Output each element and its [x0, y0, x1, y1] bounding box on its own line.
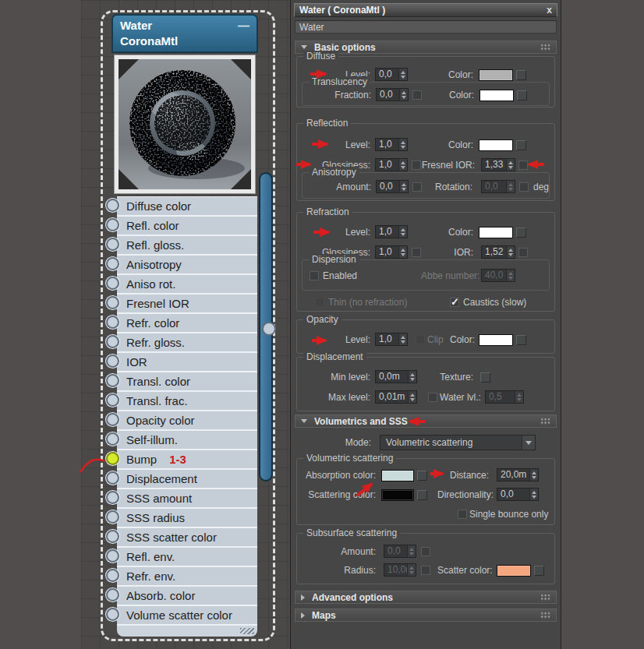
node-input-row[interactable]: SSS radius [117, 509, 257, 527]
fresnel-ior-value[interactable]: 1,33 [482, 159, 506, 171]
min-level-spinner[interactable]: 0,0m [375, 370, 417, 383]
drag-grip-icon[interactable] [540, 612, 550, 619]
input-socket[interactable] [106, 452, 119, 465]
spinner-arrows-icon[interactable] [506, 159, 515, 171]
abbe-number-value[interactable]: 40,0 [482, 270, 506, 281]
fresnel-map-checkbox[interactable] [518, 160, 528, 170]
spinner-arrows-icon[interactable] [398, 246, 407, 258]
distance-spinner[interactable]: 20,0m [497, 468, 539, 481]
input-socket[interactable] [106, 238, 119, 251]
translucency-color-swatch[interactable] [479, 90, 514, 101]
dispersion-enabled-checkbox[interactable] [310, 271, 319, 280]
node-input-row[interactable]: Transl. frac. [117, 392, 257, 410]
node-input-row[interactable]: Self-illum. [117, 431, 257, 449]
diffuse-level-value[interactable]: 0,0 [376, 69, 398, 80]
abbe-number-spinner[interactable]: 40,0 [481, 269, 515, 282]
ior-spinner[interactable]: 1,52 [481, 245, 515, 259]
refraction-glossiness-value[interactable]: 1,0 [376, 246, 398, 258]
spinner-arrows-icon[interactable] [529, 489, 538, 500]
input-socket[interactable] [106, 510, 119, 524]
sss-scatter-color-swatch[interactable] [497, 565, 531, 577]
input-socket[interactable] [106, 608, 119, 621]
single-bounce-checkbox[interactable] [458, 510, 467, 519]
caustics-checkbox[interactable] [450, 298, 459, 307]
input-socket[interactable] [106, 199, 119, 212]
anisotropy-amount-spinner[interactable]: 0,0 [376, 180, 409, 193]
scattering-color-map-slot[interactable] [417, 490, 427, 500]
node-input-row[interactable]: SSS scatter color [117, 528, 257, 546]
dropdown-arrow-icon[interactable] [522, 436, 535, 450]
absorption-color-map-slot[interactable] [417, 471, 427, 481]
node-input-row[interactable]: IOR [117, 353, 257, 371]
diffuse-color-map-slot[interactable] [516, 70, 526, 80]
refraction-level-spinner[interactable]: 1,0 [375, 225, 408, 238]
translucency-fraction-spinner[interactable]: 0,0 [376, 88, 409, 101]
panel-titlebar[interactable]: Water ( CoronaMtl ) x [294, 3, 557, 17]
node-input-row[interactable]: Refl. gloss. [117, 236, 257, 254]
mode-dropdown[interactable]: Volumetric scattering [380, 435, 536, 450]
spinner-arrows-icon[interactable] [407, 564, 416, 576]
spinner-arrows-icon[interactable] [398, 333, 407, 345]
translucency-map-checkbox[interactable] [412, 90, 422, 100]
spinner-arrows-icon[interactable] [398, 69, 407, 80]
spinner-arrows-icon[interactable] [408, 371, 416, 383]
glossiness-map-checkbox[interactable] [412, 160, 421, 170]
sss-amount-map-checkbox[interactable] [421, 547, 430, 556]
reflection-level-spinner[interactable]: 1,0 [375, 138, 408, 151]
node-input-row[interactable]: Absorb. color [117, 587, 257, 605]
rotation-map-checkbox[interactable] [519, 182, 529, 192]
node-input-row[interactable]: Displacement [117, 470, 257, 488]
spinner-arrows-icon[interactable] [399, 181, 408, 192]
thin-checkbox[interactable] [315, 298, 324, 307]
directionality-spinner[interactable]: 0,0 [497, 488, 539, 501]
rollout-volumetrics[interactable]: Volumetrics and SSS [295, 414, 557, 428]
node-output-socket[interactable] [262, 322, 276, 336]
water-level-spinner[interactable]: 0,5 [485, 390, 524, 404]
opacity-level-value[interactable]: 1,0 [376, 333, 398, 345]
input-socket[interactable] [106, 374, 119, 387]
close-icon[interactable]: x [547, 5, 552, 16]
water-level-checkbox[interactable] [428, 393, 437, 402]
node-input-row[interactable]: SSS amount [117, 489, 257, 507]
spinner-arrows-icon[interactable] [506, 246, 515, 258]
distance-value[interactable]: 20,0m [497, 469, 529, 481]
sss-scatter-color-map-slot[interactable] [534, 566, 544, 576]
rotation-spinner[interactable]: 0,0 [481, 180, 515, 193]
drag-grip-icon[interactable] [540, 594, 550, 601]
input-socket[interactable] [106, 432, 119, 446]
texture-map-slot[interactable] [480, 372, 490, 383]
input-socket[interactable] [106, 316, 119, 329]
absorption-color-swatch[interactable] [381, 470, 414, 481]
node-input-row[interactable]: Aniso rot. [117, 275, 257, 293]
spinner-arrows-icon[interactable] [515, 391, 523, 403]
drag-grip-icon[interactable] [540, 418, 550, 425]
refraction-color-map-slot[interactable] [516, 228, 526, 238]
node-minimize-button[interactable]: — [238, 18, 249, 34]
input-socket[interactable] [106, 277, 119, 290]
spinner-arrows-icon[interactable] [398, 159, 407, 171]
material-node-header[interactable]: Water — CoronaMtl [111, 14, 258, 53]
input-socket[interactable] [106, 218, 119, 231]
input-socket[interactable] [106, 549, 119, 563]
refraction-color-swatch[interactable] [479, 227, 513, 238]
rotation-value[interactable]: 0,0 [482, 181, 506, 192]
opacity-level-spinner[interactable]: 1,0 [375, 333, 408, 346]
input-socket[interactable] [106, 471, 119, 485]
sss-radius-map-checkbox[interactable] [421, 566, 430, 575]
anisotropy-amount-value[interactable]: 0,0 [377, 181, 399, 192]
diffuse-color-swatch[interactable] [479, 69, 513, 81]
node-input-row[interactable]: Refr. gloss. [117, 333, 257, 351]
node-input-row[interactable]: Volume scatter color [117, 606, 257, 624]
material-name-input[interactable]: Water [295, 20, 557, 34]
node-input-row[interactable]: Diffuse color [117, 197, 257, 215]
input-socket[interactable] [106, 296, 119, 309]
reflection-level-value[interactable]: 1,0 [376, 139, 398, 150]
spinner-arrows-icon[interactable] [399, 89, 408, 101]
spinner-arrows-icon[interactable] [529, 469, 538, 481]
reflection-glossiness-value[interactable]: 1,0 [376, 159, 398, 171]
ior-value[interactable]: 1,52 [482, 246, 506, 258]
material-preview[interactable] [114, 55, 256, 194]
sss-amount-spinner[interactable]: 0,0 [384, 545, 416, 558]
node-input-row[interactable]: Fresnel IOR [117, 295, 257, 312]
node-input-row[interactable]: Bump 1-3 [117, 450, 257, 468]
